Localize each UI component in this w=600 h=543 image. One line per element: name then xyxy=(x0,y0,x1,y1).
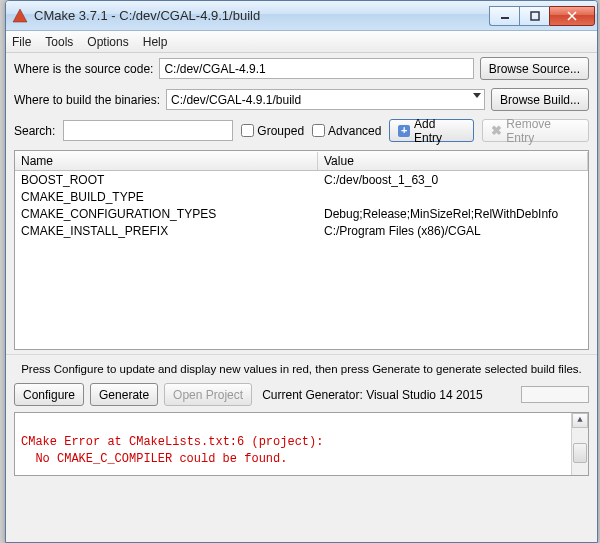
table-row[interactable]: CMAKE_INSTALL_PREFIX C:/Program Files (x… xyxy=(15,222,588,239)
generate-button[interactable]: Generate xyxy=(90,383,158,406)
remove-entry-label: Remove Entry xyxy=(506,117,580,145)
window-controls xyxy=(489,6,595,26)
grouped-checkbox-box[interactable] xyxy=(241,124,254,137)
progress-bar xyxy=(521,386,589,403)
generator-label: Current Generator: Visual Studio 14 2015 xyxy=(262,388,483,402)
source-row: Where is the source code: Browse Source.… xyxy=(6,53,597,84)
search-input[interactable] xyxy=(63,120,233,141)
col-name[interactable]: Name xyxy=(15,152,318,170)
source-input[interactable] xyxy=(159,58,473,79)
svg-rect-2 xyxy=(531,12,539,20)
cell-name: BOOST_ROOT xyxy=(15,173,318,187)
svg-rect-1 xyxy=(501,17,509,19)
table-row[interactable]: CMAKE_CONFIGURATION_TYPES Debug;Release;… xyxy=(15,205,588,222)
app-window: CMake 3.7.1 - C:/dev/CGAL-4.9.1/build Fi… xyxy=(5,0,598,543)
output-line: No CMAKE_C_COMPILER could be found. xyxy=(21,452,287,466)
search-row: Search: Grouped Advanced + Add Entry ✖ R… xyxy=(6,115,597,146)
output-panel[interactable]: CMake Error at CMakeLists.txt:6 (project… xyxy=(14,412,589,476)
table-row[interactable]: CMAKE_BUILD_TYPE xyxy=(15,188,588,205)
table-row[interactable]: BOOST_ROOT C:/dev/boost_1_63_0 xyxy=(15,171,588,188)
cell-name: CMAKE_INSTALL_PREFIX xyxy=(15,224,318,238)
titlebar[interactable]: CMake 3.7.1 - C:/dev/CGAL-4.9.1/build xyxy=(6,1,597,31)
menu-options[interactable]: Options xyxy=(87,35,128,49)
configure-button[interactable]: Configure xyxy=(14,383,84,406)
advanced-label: Advanced xyxy=(328,124,381,138)
build-input[interactable] xyxy=(166,89,485,110)
add-entry-button[interactable]: + Add Entry xyxy=(389,119,474,142)
app-icon xyxy=(12,8,28,24)
scroll-up-icon[interactable]: ▲ xyxy=(572,413,588,428)
browse-build-button[interactable]: Browse Build... xyxy=(491,88,589,111)
open-project-button: Open Project xyxy=(164,383,252,406)
maximize-button[interactable] xyxy=(519,6,549,26)
source-label: Where is the source code: xyxy=(14,62,153,76)
table-body: BOOST_ROOT C:/dev/boost_1_63_0 CMAKE_BUI… xyxy=(15,171,588,239)
grouped-label: Grouped xyxy=(257,124,304,138)
search-label: Search: xyxy=(14,124,55,138)
x-icon: ✖ xyxy=(491,123,502,138)
add-entry-label: Add Entry xyxy=(414,117,465,145)
cell-value[interactable]: C:/dev/boost_1_63_0 xyxy=(318,173,588,187)
minimize-button[interactable] xyxy=(489,6,519,26)
cell-value[interactable]: Debug;Release;MinSizeRel;RelWithDebInfo xyxy=(318,207,588,221)
scroll-track[interactable] xyxy=(572,428,588,476)
cell-value[interactable]: C:/Program Files (x86)/CGAL xyxy=(318,224,588,238)
menu-file[interactable]: File xyxy=(12,35,31,49)
advanced-checkbox-box[interactable] xyxy=(312,124,325,137)
menubar: File Tools Options Help xyxy=(6,31,597,53)
build-label: Where to build the binaries: xyxy=(14,93,160,107)
svg-marker-0 xyxy=(13,9,27,22)
col-value[interactable]: Value xyxy=(318,152,588,170)
output-line: CMake Error at CMakeLists.txt:6 (project… xyxy=(21,435,323,449)
window-title: CMake 3.7.1 - C:/dev/CGAL-4.9.1/build xyxy=(34,8,489,23)
cell-name: CMAKE_CONFIGURATION_TYPES xyxy=(15,207,318,221)
chevron-down-icon[interactable] xyxy=(473,93,481,98)
scroll-thumb[interactable] xyxy=(573,443,587,463)
hint-text: Press Configure to update and display ne… xyxy=(6,354,597,381)
grouped-checkbox[interactable]: Grouped xyxy=(241,124,304,138)
action-row: Configure Generate Open Project Current … xyxy=(6,381,597,412)
plus-icon: + xyxy=(398,125,410,137)
advanced-checkbox[interactable]: Advanced xyxy=(312,124,381,138)
close-button[interactable] xyxy=(549,6,595,26)
build-row: Where to build the binaries: Browse Buil… xyxy=(6,84,597,115)
table-header: Name Value xyxy=(15,151,588,171)
config-table[interactable]: Name Value BOOST_ROOT C:/dev/boost_1_63_… xyxy=(14,150,589,350)
menu-tools[interactable]: Tools xyxy=(45,35,73,49)
remove-entry-button: ✖ Remove Entry xyxy=(482,119,589,142)
browse-source-button[interactable]: Browse Source... xyxy=(480,57,589,80)
cell-name: CMAKE_BUILD_TYPE xyxy=(15,190,318,204)
menu-help[interactable]: Help xyxy=(143,35,168,49)
output-scrollbar[interactable]: ▲ ▼ xyxy=(571,413,588,475)
